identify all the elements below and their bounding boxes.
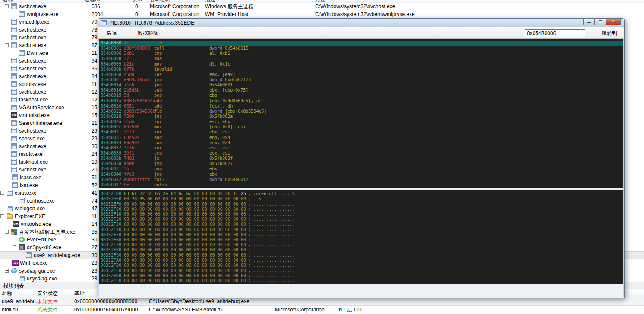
disasm-mnemonic: jmp: [154, 161, 162, 166]
disasm-line[interactable]: 054b000fe9697f6bd7jmpdword 0xdcb67f7d: [99, 77, 623, 82]
disasm-bytes: 37: [124, 56, 129, 61]
tree-expander-icon[interactable]: [5, 4, 9, 8]
disasm-line[interactable]: 054b003483e904subecx, 0x4: [99, 140, 623, 146]
hexdump-line[interactable]: 00352F4000 00 00 00 00 00 00 00 00 00 00…: [99, 227, 623, 232]
disasm-line[interactable]: 054b002f31f3xorebx, esi: [99, 130, 623, 135]
hexdump-line[interactable]: 00352F5000 00 00 00 00 00 00 00 00 00 00…: [99, 232, 623, 238]
disasm-line[interactable]: 054b003f5bpopebx: [99, 166, 623, 171]
disasm-bytes: 31f6: [124, 146, 134, 150]
disasm-line[interactable]: 054b0022d983c504558bflddword [ebx+0x8b55…: [99, 109, 623, 114]
disasm-line[interactable]: 054b0042e8d0ffffffcalldword 0x54b0017: [99, 177, 623, 182]
disasm-line[interactable]: 054b003b7402jz0x54b003f: [99, 156, 623, 161]
disasm-mnemonic: mov: [154, 62, 162, 67]
disasm-line[interactable]: 054b000837aaa: [99, 56, 623, 61]
app-icon: [11, 167, 17, 172]
hexdump-line[interactable]: 00352F8000 00 00 00 00 00 00 00 00 00 00…: [99, 247, 623, 253]
back-button[interactable]: 后退: [107, 28, 117, 39]
disasm-address: 054b0020: [101, 104, 121, 108]
disasm-bytes: 897500: [124, 124, 139, 129]
minimize-button[interactable]: [583, 18, 595, 25]
disasm-address: 054b0039: [101, 151, 121, 155]
tree-expander-icon[interactable]: [0, 191, 4, 195]
hexdump-line[interactable]: 00352F3000 00 00 00 00 00 00 00 00 00 00…: [99, 222, 623, 227]
disasm-line[interactable]: 054b0001e80f000000calldword 0x54b0015: [99, 46, 623, 51]
pid-cell: 14: [92, 220, 97, 228]
hexdump-line[interactable]: 00352F6000 00 00 00 00 00 00 00 00 00 00…: [99, 238, 623, 243]
pid-cell: 2004: [92, 10, 103, 18]
process-name: svchost.exe: [19, 73, 46, 80]
disasm-line[interactable]: 054b00063cb1cmpal, 0xb1: [99, 51, 623, 56]
pid-cell: 41: [92, 189, 97, 197]
disasm-line[interactable]: 054b00195dpopebp: [99, 93, 623, 98]
grid-icon: [11, 229, 17, 235]
debugger-window: PID:3016 TID:676 Address:352EDE 后退 数据跟随 …: [98, 18, 625, 298]
pid-cell: 78: [92, 34, 97, 41]
disasm-line[interactable]: 054b003731f6xoresi, esi: [99, 146, 623, 151]
disasm-operands: ebx, esi: [209, 130, 230, 134]
hexdump-line[interactable]: 00352F2000 00 00 00 00 00 00 00 00 00 00…: [99, 217, 623, 222]
process-name: vmacthlp.exe: [19, 18, 50, 26]
module-column-header[interactable]: 安全状态: [37, 289, 58, 298]
disasm-operands: ebx: [209, 166, 217, 171]
disasm-line[interactable]: 054b003939f1cmpecx, esi: [99, 151, 623, 156]
disasm-line[interactable]: 054b000b0f7binvalid: [99, 67, 623, 72]
pid-cell: 20: [92, 166, 97, 174]
process-name: vmtoolsd.exe: [19, 111, 50, 119]
disasm-line[interactable]: 054b002a31dexoresi, ebx: [99, 119, 623, 124]
pid-cell: 36: [92, 65, 97, 73]
data-follow-button[interactable]: 数据跟随: [138, 28, 158, 39]
hexdump-line[interactable]: 00352FE000 00 00 00 00 00 00 00 00 00 00…: [99, 278, 623, 283]
hexdump-line[interactable]: 00352F0000 00 00 00 00 00 00 00 00 00 00…: [99, 207, 623, 212]
disasm-line[interactable]: 054b003debe8jmp0x54b0027: [99, 161, 623, 166]
disasm-line[interactable]: 054b00287500jnz0x54b002a: [99, 114, 623, 119]
process-row[interactable]: wmiprvse.exe20040Microsoft CorporationWM…: [0, 10, 644, 18]
module-column-header[interactable]: 名称: [2, 289, 12, 298]
app-icon: [11, 128, 17, 133]
disasm-line[interactable]: 054b0009b21cmovdl, 0x1c: [99, 62, 623, 67]
tree-expander-icon[interactable]: [13, 245, 16, 249]
module-row[interactable]: ntdll.dll系统文件0x0000000076...0x001A9000C:…: [0, 306, 644, 314]
hexdump-line[interactable]: 00352FB000 00 00 00 00 00 00 00 00 00 00…: [99, 263, 623, 268]
process-name: svchost.exe: [19, 41, 46, 49]
address-input[interactable]: [525, 29, 585, 37]
disasm-line[interactable]: 054b001471ebjno0x54b0001: [99, 82, 623, 88]
process-name: Explorer.EXE: [15, 213, 45, 220]
hexdump-line[interactable]: 00352EF000 00 00 00 00 00 00 00 00 00 00…: [99, 202, 623, 207]
hexdump-line[interactable]: 00352F1000 00 00 00 00 00 00 00 00 00 00…: [99, 212, 623, 217]
disasm-line[interactable]: 054b00200031add[ecx], dh: [99, 104, 623, 109]
app-icon: [11, 105, 17, 110]
disasm-line[interactable]: 054b003183c504addebp, 0x4: [99, 135, 623, 140]
process-name: taskhost.exe: [19, 96, 48, 104]
disasm-line[interactable]: 054b0040ffe3jmpebx: [99, 172, 623, 177]
disasm-line[interactable]: 054b00162b5d8bsubebx, [ebp-0x75]: [99, 88, 623, 93]
disasm-line[interactable]: 054b000dc500ldseax, [eax]: [99, 72, 623, 77]
app-icon: [11, 143, 17, 149]
tree-expander-icon[interactable]: [5, 43, 9, 47]
hexdump-line[interactable]: 00352ED063 6f 72 65 65 2e 64 6c 6c 00 00…: [99, 191, 623, 197]
disasm-line[interactable]: 054b002c897500mov[ebp+0x0], esi: [99, 124, 623, 130]
hexdump-ascii: ; ................: [248, 242, 295, 247]
hexdump-line[interactable]: 00352FA000 00 00 00 00 00 00 00 00 00 00…: [99, 258, 623, 263]
disasm-line[interactable]: 054b00476eoutsb: [99, 182, 623, 187]
disasm-line[interactable]: 054b0000fccld: [99, 41, 623, 46]
disasm-operands: esi, esi: [209, 146, 230, 150]
close-button[interactable]: [606, 18, 621, 25]
process-row[interactable]: svchost.exe6360Microsoft CorporationWind…: [0, 3, 644, 10]
pid-cell: 52: [92, 181, 97, 189]
disasm-line[interactable]: 054b001a0083c5048b4dadd[ebx+0x4d8b04c5],…: [99, 98, 623, 104]
hexdump-line[interactable]: 00352F9000 00 00 00 00 00 00 00 00 00 00…: [99, 253, 623, 258]
tree-expander-icon[interactable]: [5, 269, 9, 273]
hexdump-line[interactable]: 00352FD000 00 00 00 00 00 00 00 00 00 00…: [99, 273, 623, 279]
debugger-title-bar[interactable]: PID:3016 TID:676 Address:352EDE: [98, 19, 624, 27]
goto-button[interactable]: 跳转到: [602, 28, 617, 39]
hexdump-line[interactable]: 00352FC000 00 00 00 00 00 00 00 00 00 00…: [99, 268, 623, 273]
hexdump-line[interactable]: 00352F7000 00 00 00 00 00 00 00 00 00 00…: [99, 242, 623, 247]
module-column-header[interactable]: 基址: [74, 289, 85, 298]
pid-cell: 636: [92, 3, 100, 10]
hexdump-line[interactable]: 00352EE000 20 35 00 00 00 00 00 00 00 00…: [99, 197, 623, 202]
hexdump-bytes: 00 00 00 00 00 00 00 00 00 00 00 00 00 0…: [124, 253, 246, 257]
tree-expander-icon[interactable]: [5, 230, 9, 234]
tree-expander-icon[interactable]: [0, 214, 4, 218]
restore-button[interactable]: [594, 18, 606, 25]
module-row[interactable]: use9_anitdebu...未知文件0x0000000000...0x000…: [0, 298, 644, 306]
